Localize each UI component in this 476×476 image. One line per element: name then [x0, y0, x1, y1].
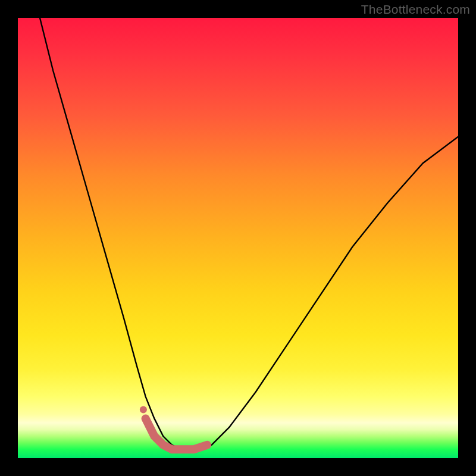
curve-layer	[18, 18, 458, 458]
plot-area	[18, 18, 458, 458]
highlight-dot	[140, 406, 147, 414]
watermark-text: TheBottleneck.com	[361, 2, 470, 17]
chart-frame: TheBottleneck.com	[0, 0, 476, 476]
highlight-segment	[146, 418, 208, 449]
main-curve	[40, 18, 458, 449]
